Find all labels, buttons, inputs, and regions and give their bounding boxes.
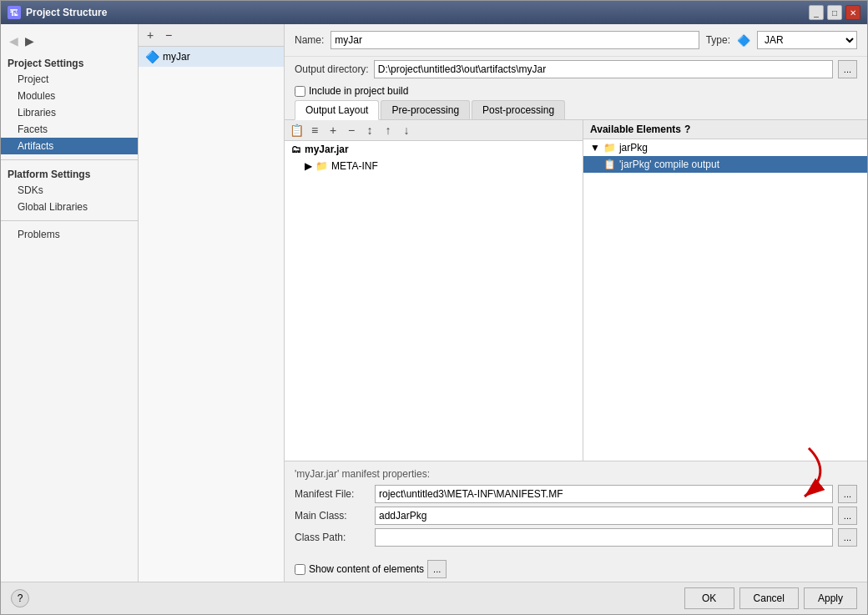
folder-icon-2: 📁 bbox=[603, 142, 616, 154]
show-content-row: Show content of elements ... bbox=[285, 557, 867, 582]
layout-tree: 📋 ≡ + − ↕ ↑ ↓ 🗂 myJar.jar bbox=[285, 120, 583, 461]
group-label: jarPkg bbox=[619, 142, 648, 154]
tree-jar-label: myJar.jar bbox=[305, 144, 349, 155]
layout-remove-btn[interactable]: − bbox=[343, 122, 360, 139]
include-label: Include in project build bbox=[309, 85, 408, 97]
layout-down-btn[interactable]: ↓ bbox=[398, 122, 415, 139]
tree-jar-icon: 🗂 bbox=[291, 144, 301, 155]
sidebar-item-artifacts[interactable]: Artifacts bbox=[1, 138, 138, 154]
artifact-toolbar: + − bbox=[139, 24, 284, 47]
manifest-file-input[interactable] bbox=[375, 485, 833, 503]
type-icon: 🔷 bbox=[737, 34, 750, 47]
output-dir-row: Output directory: ... bbox=[285, 57, 867, 82]
available-item-compile-output[interactable]: 📋 'jarPkg' compile output bbox=[583, 156, 867, 173]
main-class-row: Main Class: ... bbox=[295, 507, 857, 525]
output-dir-label: Output directory: bbox=[295, 63, 369, 75]
manifest-section: 'myJar.jar' manifest properties: Manifes… bbox=[285, 461, 867, 557]
sidebar-item-problems[interactable]: Problems bbox=[1, 226, 138, 243]
layout-copy-btn[interactable]: 📋 bbox=[288, 122, 305, 139]
maximize-button[interactable]: □ bbox=[827, 5, 842, 20]
class-path-label: Class Path: bbox=[295, 532, 370, 543]
name-input[interactable] bbox=[331, 31, 699, 49]
show-content-checkbox[interactable] bbox=[295, 564, 305, 575]
tree-item-myjar[interactable]: 🗂 myJar.jar bbox=[285, 141, 583, 158]
artifact-item-label: myJar bbox=[163, 51, 190, 63]
class-path-input[interactable] bbox=[375, 528, 833, 547]
sidebar-item-project[interactable]: Project bbox=[1, 71, 138, 88]
sidebar-item-modules[interactable]: Modules bbox=[1, 88, 138, 104]
remove-artifact-button[interactable]: − bbox=[160, 27, 177, 43]
compile-output-icon: 📋 bbox=[603, 159, 616, 170]
show-content-browse-button[interactable]: ... bbox=[427, 560, 447, 578]
manifest-title: 'myJar.jar' manifest properties: bbox=[295, 468, 857, 480]
class-path-row: Class Path: ... bbox=[295, 528, 857, 547]
show-content-label: Show content of elements bbox=[309, 563, 424, 575]
cancel-button[interactable]: Cancel bbox=[739, 587, 799, 609]
apply-button[interactable]: Apply bbox=[804, 587, 857, 609]
sidebar-item-facets[interactable]: Facets bbox=[1, 121, 138, 138]
class-path-browse-button[interactable]: ... bbox=[838, 528, 857, 547]
project-settings-header: Project Settings bbox=[1, 54, 138, 71]
artifact-list-panel: + − 🔷 myJar bbox=[139, 24, 285, 582]
tab-post-processing[interactable]: Post-processing bbox=[472, 100, 565, 119]
sidebar-divider bbox=[1, 159, 138, 160]
minimize-button[interactable]: _ bbox=[809, 5, 824, 20]
window-title: Project Structure bbox=[26, 7, 107, 18]
project-structure-dialog: 🏗 Project Structure _ □ ✕ ◀ ▶ Project Se… bbox=[0, 0, 868, 615]
window-icon: 🏗 bbox=[8, 6, 21, 19]
main-class-label: Main Class: bbox=[295, 510, 370, 522]
artifact-item-myjar[interactable]: 🔷 myJar bbox=[139, 47, 284, 67]
artifact-jar-icon: 🔷 bbox=[145, 50, 159, 63]
compile-output-label: 'jarPkg' compile output bbox=[619, 159, 719, 170]
name-label: Name: bbox=[295, 34, 324, 46]
config-panel: Name: Type: 🔷 JAR Output directory: ... bbox=[285, 24, 867, 582]
manifest-file-browse-button[interactable]: ... bbox=[838, 485, 857, 503]
tab-output-layout[interactable]: Output Layout bbox=[295, 100, 379, 120]
close-button[interactable]: ✕ bbox=[845, 5, 860, 20]
nav-back-button[interactable]: ◀ bbox=[8, 33, 20, 49]
tabs-row: Output Layout Pre-processing Post-proces… bbox=[285, 100, 867, 120]
main-class-input[interactable] bbox=[375, 507, 833, 525]
available-header: Available Elements ? bbox=[583, 120, 867, 139]
name-type-row: Name: Type: 🔷 JAR bbox=[285, 24, 867, 57]
platform-settings-header: Platform Settings bbox=[1, 165, 138, 182]
include-row: Include in project build bbox=[285, 82, 867, 100]
tree-folder-icon: 📁 bbox=[315, 160, 328, 172]
include-checkbox[interactable] bbox=[295, 86, 305, 97]
layout-sort-btn[interactable]: ↕ bbox=[361, 122, 378, 139]
available-group-jarpkg[interactable]: ▼ 📁 jarPkg bbox=[583, 139, 867, 156]
layout-list-btn[interactable]: ≡ bbox=[306, 122, 323, 139]
available-label: Available Elements bbox=[590, 124, 681, 135]
sidebar-item-sdks[interactable]: SDKs bbox=[1, 182, 138, 199]
sidebar: ◀ ▶ Project Settings Project Modules Lib… bbox=[1, 24, 139, 582]
tree-meta-inf-label: META-INF bbox=[331, 160, 378, 172]
bottom-bar: ? OK Cancel Apply bbox=[1, 582, 867, 614]
ok-button[interactable]: OK bbox=[684, 587, 734, 609]
expand-icon: ▼ bbox=[590, 142, 600, 154]
sidebar-item-global-libraries[interactable]: Global Libraries bbox=[1, 199, 138, 215]
available-help-icon[interactable]: ? bbox=[684, 124, 690, 135]
sidebar-item-libraries[interactable]: Libraries bbox=[1, 104, 138, 121]
tree-item-meta-inf[interactable]: ▶ 📁 META-INF bbox=[285, 158, 583, 174]
output-layout-area: 📋 ≡ + − ↕ ↑ ↓ 🗂 myJar.jar bbox=[285, 120, 867, 461]
main-class-browse-button[interactable]: ... bbox=[838, 507, 857, 525]
layout-tree-toolbar: 📋 ≡ + − ↕ ↑ ↓ bbox=[285, 120, 583, 141]
tab-pre-processing[interactable]: Pre-processing bbox=[381, 100, 470, 119]
layout-add-btn[interactable]: + bbox=[325, 122, 341, 139]
manifest-file-row: Manifest File: ... bbox=[295, 485, 857, 503]
layout-up-btn[interactable]: ↑ bbox=[380, 122, 396, 139]
type-label: Type: bbox=[706, 34, 730, 46]
manifest-file-label: Manifest File: bbox=[295, 488, 370, 500]
title-bar: 🏗 Project Structure _ □ ✕ bbox=[1, 1, 867, 24]
nav-forward-button[interactable]: ▶ bbox=[23, 33, 36, 49]
output-dir-input[interactable] bbox=[374, 60, 833, 78]
available-elements-panel: Available Elements ? ▼ 📁 jarPkg 📋 'jarPk… bbox=[583, 120, 867, 461]
window-controls: _ □ ✕ bbox=[809, 5, 860, 20]
sidebar-divider-2 bbox=[1, 220, 138, 221]
output-dir-browse-button[interactable]: ... bbox=[838, 60, 857, 78]
type-select[interactable]: JAR bbox=[757, 31, 857, 49]
add-artifact-button[interactable]: + bbox=[142, 27, 159, 43]
help-button[interactable]: ? bbox=[11, 589, 29, 607]
tree-expand-icon: ▶ bbox=[305, 160, 312, 172]
